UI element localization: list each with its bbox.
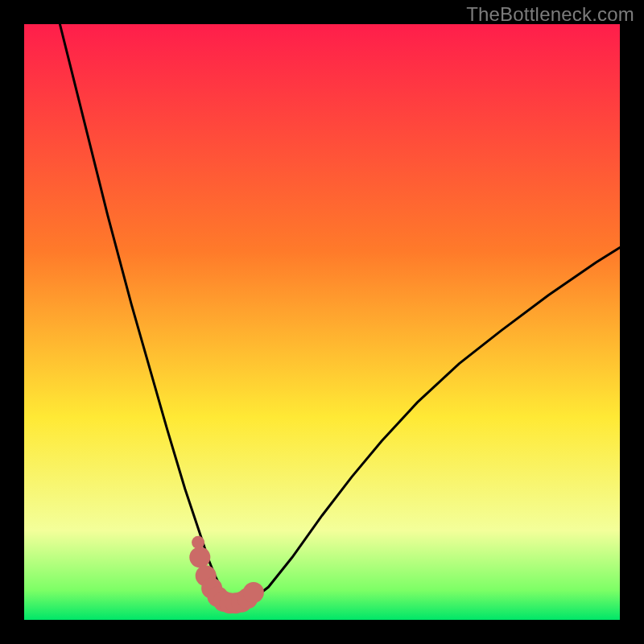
optimal-marker: [189, 547, 210, 568]
plot-area: [24, 24, 620, 620]
bottleneck-chart: [24, 24, 620, 620]
optimal-marker: [243, 582, 264, 603]
chart-frame: TheBottleneck.com: [0, 0, 644, 644]
gradient-background: [24, 24, 620, 620]
extra-dot: [192, 536, 204, 549]
watermark-text: TheBottleneck.com: [466, 3, 634, 26]
